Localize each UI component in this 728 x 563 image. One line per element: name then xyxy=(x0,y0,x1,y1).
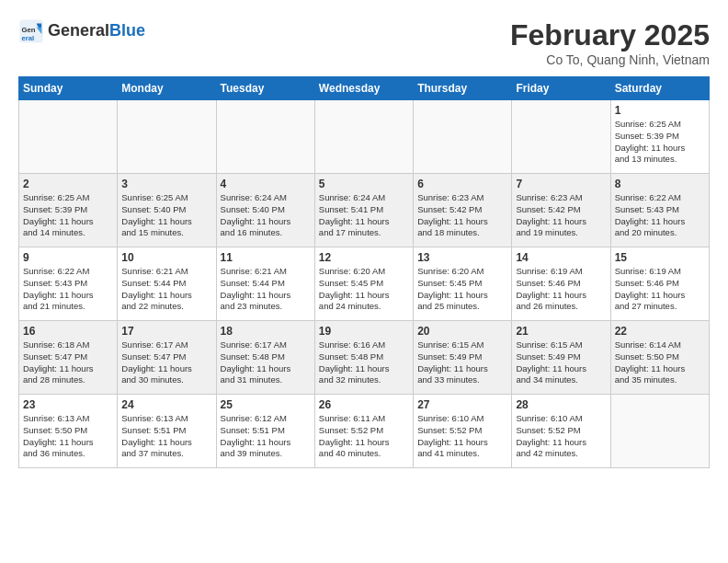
day-number: 16 xyxy=(23,325,113,338)
day-number: 18 xyxy=(221,325,311,338)
day-number: 9 xyxy=(23,251,113,264)
table-row xyxy=(414,100,512,174)
day-number: 12 xyxy=(319,251,409,264)
table-row xyxy=(610,395,709,468)
day-number: 19 xyxy=(319,325,409,338)
day-info: Sunrise: 6:14 AM Sunset: 5:50 PM Dayligh… xyxy=(615,339,705,386)
day-number: 24 xyxy=(121,398,211,411)
day-number: 3 xyxy=(121,178,211,190)
logo-general-text: General xyxy=(48,21,109,40)
day-number: 25 xyxy=(221,398,311,411)
col-wednesday: Wednesday xyxy=(314,77,413,100)
col-sunday: Sunday xyxy=(19,77,118,100)
day-info: Sunrise: 6:18 AM Sunset: 5:47 PM Dayligh… xyxy=(23,339,113,386)
table-row xyxy=(118,100,216,174)
col-tuesday: Tuesday xyxy=(216,77,314,100)
table-row: 7Sunrise: 6:23 AM Sunset: 5:42 PM Daylig… xyxy=(512,174,610,247)
calendar-week-row: 1Sunrise: 6:25 AM Sunset: 5:39 PM Daylig… xyxy=(19,100,710,174)
calendar-title: February 2025 xyxy=(510,18,710,52)
day-info: Sunrise: 6:16 AM Sunset: 5:48 PM Dayligh… xyxy=(319,339,409,386)
day-info: Sunrise: 6:25 AM Sunset: 5:39 PM Dayligh… xyxy=(23,192,113,239)
table-row: 26Sunrise: 6:11 AM Sunset: 5:52 PM Dayli… xyxy=(314,395,413,468)
day-info: Sunrise: 6:23 AM Sunset: 5:42 PM Dayligh… xyxy=(516,192,606,239)
calendar-subtitle: Co To, Quang Ninh, Vietnam xyxy=(510,52,710,67)
table-row: 18Sunrise: 6:17 AM Sunset: 5:48 PM Dayli… xyxy=(216,321,314,395)
day-info: Sunrise: 6:22 AM Sunset: 5:43 PM Dayligh… xyxy=(23,266,113,313)
day-number: 28 xyxy=(516,398,606,411)
table-row: 14Sunrise: 6:19 AM Sunset: 5:46 PM Dayli… xyxy=(512,247,610,321)
day-number: 6 xyxy=(417,178,507,190)
table-row: 23Sunrise: 6:13 AM Sunset: 5:50 PM Dayli… xyxy=(19,395,118,468)
table-row: 16Sunrise: 6:18 AM Sunset: 5:47 PM Dayli… xyxy=(19,321,118,395)
table-row: 1Sunrise: 6:25 AM Sunset: 5:39 PM Daylig… xyxy=(610,100,709,174)
table-row: 20Sunrise: 6:15 AM Sunset: 5:49 PM Dayli… xyxy=(414,321,512,395)
day-info: Sunrise: 6:10 AM Sunset: 5:52 PM Dayligh… xyxy=(516,413,606,460)
day-info: Sunrise: 6:22 AM Sunset: 5:43 PM Dayligh… xyxy=(615,192,705,239)
calendar-table: Sunday Monday Tuesday Wednesday Thursday… xyxy=(18,76,710,468)
svg-text:Gen: Gen xyxy=(22,26,36,34)
day-number: 23 xyxy=(23,398,113,411)
day-info: Sunrise: 6:24 AM Sunset: 5:41 PM Dayligh… xyxy=(319,192,409,239)
col-friday: Friday xyxy=(512,77,610,100)
title-block: February 2025 Co To, Quang Ninh, Vietnam xyxy=(510,18,710,67)
page: Gen eral GeneralBlue February 2025 Co To… xyxy=(0,0,728,563)
day-info: Sunrise: 6:20 AM Sunset: 5:45 PM Dayligh… xyxy=(417,266,507,313)
svg-text:eral: eral xyxy=(22,34,35,42)
col-monday: Monday xyxy=(118,77,216,100)
day-info: Sunrise: 6:15 AM Sunset: 5:49 PM Dayligh… xyxy=(417,339,507,386)
table-row xyxy=(19,100,118,174)
table-row: 11Sunrise: 6:21 AM Sunset: 5:44 PM Dayli… xyxy=(216,247,314,321)
table-row: 15Sunrise: 6:19 AM Sunset: 5:46 PM Dayli… xyxy=(610,247,709,321)
day-info: Sunrise: 6:13 AM Sunset: 5:51 PM Dayligh… xyxy=(121,413,211,460)
table-row: 2Sunrise: 6:25 AM Sunset: 5:39 PM Daylig… xyxy=(19,174,118,247)
day-info: Sunrise: 6:19 AM Sunset: 5:46 PM Dayligh… xyxy=(615,266,705,313)
day-info: Sunrise: 6:23 AM Sunset: 5:42 PM Dayligh… xyxy=(417,192,507,239)
table-row: 25Sunrise: 6:12 AM Sunset: 5:51 PM Dayli… xyxy=(216,395,314,468)
table-row xyxy=(216,100,314,174)
header: Gen eral GeneralBlue February 2025 Co To… xyxy=(18,18,710,67)
day-info: Sunrise: 6:17 AM Sunset: 5:47 PM Dayligh… xyxy=(121,339,211,386)
day-number: 7 xyxy=(516,178,606,190)
day-info: Sunrise: 6:21 AM Sunset: 5:44 PM Dayligh… xyxy=(121,266,211,313)
table-row: 6Sunrise: 6:23 AM Sunset: 5:42 PM Daylig… xyxy=(414,174,512,247)
day-number: 22 xyxy=(615,325,705,338)
table-row: 12Sunrise: 6:20 AM Sunset: 5:45 PM Dayli… xyxy=(314,247,413,321)
table-row: 3Sunrise: 6:25 AM Sunset: 5:40 PM Daylig… xyxy=(118,174,216,247)
table-row: 5Sunrise: 6:24 AM Sunset: 5:41 PM Daylig… xyxy=(314,174,413,247)
day-info: Sunrise: 6:10 AM Sunset: 5:52 PM Dayligh… xyxy=(417,413,507,460)
day-number: 17 xyxy=(121,325,211,338)
table-row xyxy=(314,100,413,174)
day-info: Sunrise: 6:25 AM Sunset: 5:40 PM Dayligh… xyxy=(121,192,211,239)
day-info: Sunrise: 6:20 AM Sunset: 5:45 PM Dayligh… xyxy=(319,266,409,313)
table-row: 21Sunrise: 6:15 AM Sunset: 5:49 PM Dayli… xyxy=(512,321,610,395)
day-number: 4 xyxy=(221,178,311,190)
calendar-week-row: 23Sunrise: 6:13 AM Sunset: 5:50 PM Dayli… xyxy=(19,395,710,468)
calendar-week-row: 9Sunrise: 6:22 AM Sunset: 5:43 PM Daylig… xyxy=(19,247,710,321)
day-number: 26 xyxy=(319,398,409,411)
logo: Gen eral GeneralBlue xyxy=(18,18,145,44)
day-number: 1 xyxy=(615,104,705,117)
calendar-week-row: 2Sunrise: 6:25 AM Sunset: 5:39 PM Daylig… xyxy=(19,174,710,247)
table-row xyxy=(512,100,610,174)
table-row: 4Sunrise: 6:24 AM Sunset: 5:40 PM Daylig… xyxy=(216,174,314,247)
day-info: Sunrise: 6:25 AM Sunset: 5:39 PM Dayligh… xyxy=(615,119,705,166)
table-row: 27Sunrise: 6:10 AM Sunset: 5:52 PM Dayli… xyxy=(414,395,512,468)
day-number: 15 xyxy=(615,251,705,264)
day-number: 2 xyxy=(23,178,113,190)
table-row: 28Sunrise: 6:10 AM Sunset: 5:52 PM Dayli… xyxy=(512,395,610,468)
calendar-week-row: 16Sunrise: 6:18 AM Sunset: 5:47 PM Dayli… xyxy=(19,321,710,395)
day-number: 13 xyxy=(417,251,507,264)
col-saturday: Saturday xyxy=(610,77,709,100)
day-number: 21 xyxy=(516,325,606,338)
day-number: 14 xyxy=(516,251,606,264)
day-info: Sunrise: 6:11 AM Sunset: 5:52 PM Dayligh… xyxy=(319,413,409,460)
day-info: Sunrise: 6:19 AM Sunset: 5:46 PM Dayligh… xyxy=(516,266,606,313)
day-number: 27 xyxy=(417,398,507,411)
calendar-header-row: Sunday Monday Tuesday Wednesday Thursday… xyxy=(19,77,710,100)
table-row: 22Sunrise: 6:14 AM Sunset: 5:50 PM Dayli… xyxy=(610,321,709,395)
day-number: 10 xyxy=(121,251,211,264)
table-row: 13Sunrise: 6:20 AM Sunset: 5:45 PM Dayli… xyxy=(414,247,512,321)
day-number: 11 xyxy=(221,251,311,264)
col-thursday: Thursday xyxy=(414,77,512,100)
logo-icon: Gen eral xyxy=(18,18,44,44)
